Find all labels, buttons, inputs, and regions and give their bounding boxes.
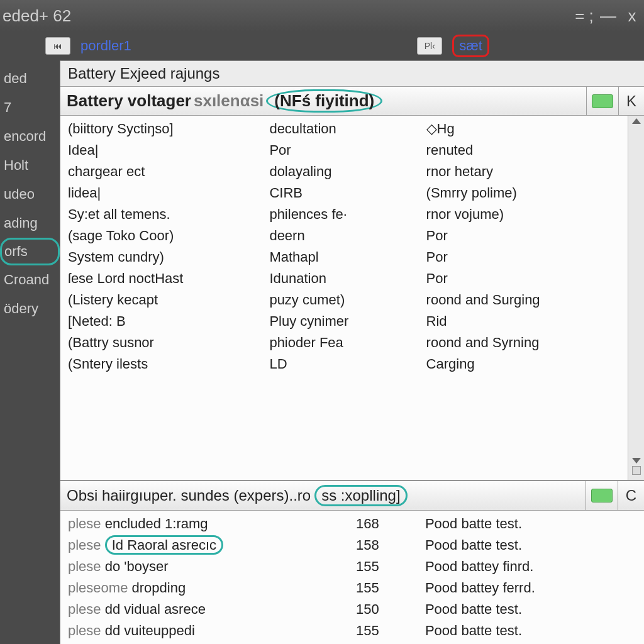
cell-c2: 168 [352,513,421,535]
cell-c1: (Sntery ilests [64,353,265,375]
cell-c1: plese dd vuiteuppedi [64,620,352,641]
cell-c1: plese encluded 1:ramg [64,513,352,535]
cell-c1: Sy:et all temens. [64,204,265,225]
panel1-badge-icon[interactable] [592,94,613,108]
main: Battery Exjeed rajungs Battery voltager … [60,60,644,644]
highlight-oval: Id Raoral asrecıc [105,535,223,555]
panel2-letter-button[interactable]: C [623,487,639,504]
panel2-header: Obsi haiirgıuper. sundes (expers)..ro ss… [60,481,644,511]
cell-c3: Pood battey finrd. [421,556,640,577]
cell-c3: Por [423,225,624,247]
cell-c2: 155 [352,620,421,641]
panel2-badge-icon[interactable] [591,489,613,502]
cell-c1: (sage Toko Coor) [64,225,265,247]
table-row[interactable]: plese Id Raoral asrecıc158Pood batte tes… [64,535,640,556]
cell-c1: [Neted: B [64,311,265,332]
titlebar: eded+ 62 = ; — x [0,0,644,31]
window-controls: = ; — x [575,6,641,26]
cell-c3: Pood batte test. [421,535,640,556]
sidebar-item-3[interactable]: Holt [0,151,60,180]
window-extra[interactable]: = ; [575,6,594,26]
cell-c2: Pluy cynimer [265,311,422,332]
close-button[interactable]: x [623,6,641,26]
cell-c3: Pood battey ferrd. [421,577,640,599]
cell-c2: philences fe· [265,204,422,225]
scroll-down-icon[interactable] [632,458,641,464]
toolbar: ⏮ pordler1 Pl‹ sæt [0,31,644,60]
cell-c3: Por [423,247,624,268]
cell-c2: 158 [352,535,421,556]
cell-c3: rnor hetary [423,161,624,182]
panel1-table-inner: (biittory Syctiŋso]decultation◇HgIdea|Po… [60,116,628,480]
table-row[interactable]: chargear ectdolayalingrnor hetary [64,161,624,182]
sidebar-item-6[interactable]: orfs [0,238,60,265]
table-row[interactable]: plese dd vuiteuppedi155Pood batte test. [64,620,640,641]
minimize-button[interactable]: — [599,6,618,26]
cell-c2: LD [265,353,422,375]
table-row[interactable]: [Neted: BPluy cynimerRid [64,311,624,332]
panel1-letter-button[interactable]: K [624,92,639,110]
prev-icon[interactable]: ⏮ [45,37,70,55]
toolbar-link-2[interactable]: sæt [452,35,489,57]
table-row[interactable]: Idea|Porrenuted [64,140,624,161]
cell-c1: lidea| [64,182,265,204]
cell-c3: Pood batte test. [421,513,640,535]
panel1-scrollbar[interactable] [628,116,644,480]
cell-c1: plese Id Raoral asrecıc [64,535,352,556]
table-row[interactable]: plese do 'boyser155Pood battey finrd. [64,556,640,577]
scroll-up-icon[interactable] [632,118,641,124]
cell-c3: Carging [423,353,624,375]
cell-c3: (Smrry polime) [423,182,624,204]
cell-c2: 155 [352,556,421,577]
table-row[interactable]: (Battry susnorphioder Fearoond and Syrni… [64,332,624,353]
sidebar-item-1[interactable]: 7 [0,93,60,122]
table-row[interactable]: (biittory Syctiŋso]decultation◇Hg [64,118,624,140]
cell-c3: Por [423,268,624,289]
cell-c1: Idea| [64,140,265,161]
table-row[interactable]: (Listery kecaptpuzy cumet)roond and Surg… [64,289,624,311]
table-row[interactable]: Sy:et all temens.philences fe·rnor vojum… [64,204,624,225]
cell-c3: renuted [423,140,624,161]
cell-c2: Mathapl [265,247,422,268]
cell-c1: plese dd vidual asrece [64,599,352,620]
panel2-table: plese encluded 1:ramg168Pood batte test.… [64,513,640,641]
table-row[interactable]: (Sntery ilestsLDCarging [64,353,624,375]
table-row[interactable]: (sage Toko Coor)deernPor [64,225,624,247]
table-row[interactable]: plese dd vidual asrece150Pood batte test… [64,599,640,620]
sidebar-item-4[interactable]: udeo [0,180,60,209]
panel1-header-side [586,87,618,115]
cell-c1: chargear ect [64,161,265,182]
panel2-header-b: ss :xoplling] [314,485,407,506]
cell-c3: Pood batte test. [421,599,640,620]
table-row[interactable]: pleseome dropding155Pood battey ferrd. [64,577,640,599]
cell-c3: ◇Hg [423,118,624,140]
cell-c2: deern [265,225,422,247]
sidebar-item-5[interactable]: ading [0,209,60,238]
table-row[interactable]: plese encluded 1:ramg168Pood batte test. [64,513,640,535]
toolbar-link-1[interactable]: pordler1 [80,38,131,54]
cell-c2: 155 [352,577,421,599]
body: ded 7 encord Holt udeo ading orfs Croand… [0,60,644,644]
table-row[interactable]: System cundry)MathaplPor [64,247,624,268]
cell-c2: decultation [265,118,422,140]
table-row[interactable]: lidea|CIRB(Smrry polime) [64,182,624,204]
sidebar: ded 7 encord Holt udeo ading orfs Croand… [0,60,60,644]
panel1-header: Battery voltager sxılenαsi (NFś fiyitind… [60,86,644,116]
panel1-header-b: sxılenαsi [194,91,264,111]
sidebar-item-7[interactable]: Croand [0,265,60,294]
cell-c2: phioder Fea [265,332,422,353]
table-row[interactable]: ſese Lord noctHastIdunationPor [64,268,624,289]
panel2-header-side [586,481,618,510]
app-window: eded+ 62 = ; — x ⏮ pordler1 Pl‹ sæt ded … [0,0,644,644]
panel2-header-side2: C [618,481,644,510]
sidebar-item-2[interactable]: encord [0,122,60,151]
cell-c3: Pood batte test. [421,620,640,641]
cell-c3: roond and Surging [423,289,624,311]
cell-c1: System cundry) [64,247,265,268]
sidebar-item-8[interactable]: ödery [0,294,60,323]
panel1-table: (biittory Syctiŋso]decultation◇HgIdea|Po… [64,118,624,375]
play-icon[interactable]: Pl‹ [417,37,442,55]
sidebar-item-0[interactable]: ded [0,64,60,93]
panel2-table-wrap: plese encluded 1:ramg168Pood batte test.… [60,511,644,644]
panel1-header-a: Battery voltager [67,91,191,111]
